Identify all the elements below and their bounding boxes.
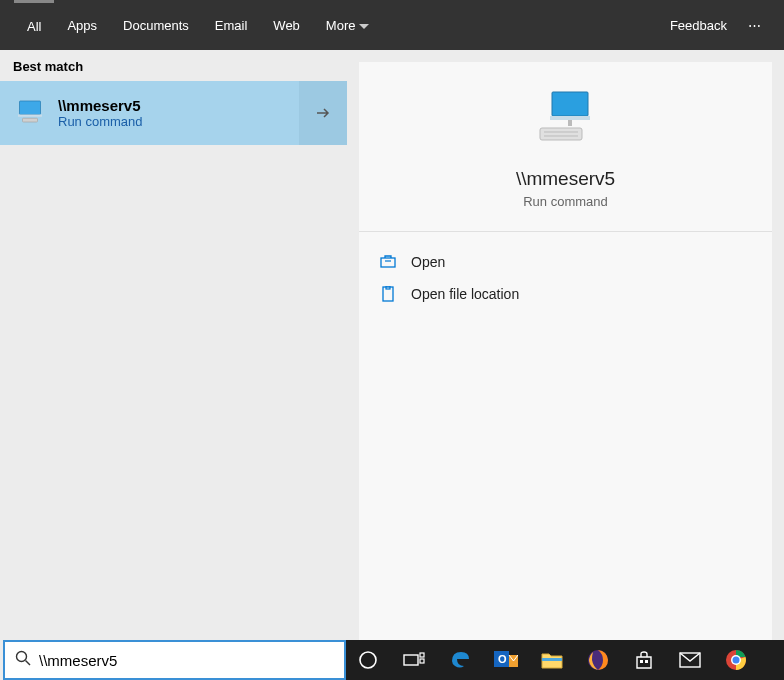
svg-rect-4 xyxy=(550,116,590,120)
cortana-icon[interactable] xyxy=(354,646,382,674)
expand-arrow-button[interactable] xyxy=(299,81,347,145)
svg-rect-16 xyxy=(420,653,424,657)
taskbar: O xyxy=(346,640,784,680)
action-open-location-label: Open file location xyxy=(411,286,519,302)
svg-rect-9 xyxy=(381,258,395,267)
result-detail-pane: \\mmeserv5 Run command Open Open file lo… xyxy=(359,62,772,640)
tab-more[interactable]: More xyxy=(313,0,383,50)
svg-rect-2 xyxy=(23,118,38,122)
tab-web[interactable]: Web xyxy=(260,0,313,50)
action-open-file-location[interactable]: Open file location xyxy=(379,278,752,310)
search-results-main: Best match \\mmeserv5 Run command xyxy=(0,50,784,640)
result-subtitle: Run command xyxy=(58,114,143,129)
tab-email[interactable]: Email xyxy=(202,0,261,50)
action-open[interactable]: Open xyxy=(379,246,752,278)
open-icon xyxy=(379,255,397,269)
folder-location-icon xyxy=(379,286,397,302)
svg-rect-23 xyxy=(645,660,648,663)
svg-line-13 xyxy=(26,661,31,666)
search-filter-tabs: All Apps Documents Email Web More Feedba… xyxy=(0,0,784,50)
action-open-label: Open xyxy=(411,254,445,270)
svg-rect-3 xyxy=(552,92,588,116)
svg-point-12 xyxy=(17,652,27,662)
detail-title: \\mmeserv5 xyxy=(516,168,615,190)
svg-rect-0 xyxy=(20,101,41,115)
svg-point-14 xyxy=(360,652,376,668)
task-view-icon[interactable] xyxy=(400,646,428,674)
file-explorer-icon[interactable] xyxy=(538,646,566,674)
firefox-icon[interactable] xyxy=(584,646,612,674)
result-item[interactable]: \\mmeserv5 Run command xyxy=(0,81,347,145)
chrome-icon[interactable] xyxy=(722,646,750,674)
mail-icon[interactable] xyxy=(676,646,704,674)
detail-subtitle: Run command xyxy=(523,194,608,209)
results-list-pane: Best match \\mmeserv5 Run command xyxy=(0,50,347,640)
svg-rect-15 xyxy=(404,655,418,665)
svg-rect-20 xyxy=(542,658,562,661)
svg-point-27 xyxy=(733,657,740,664)
computer-icon xyxy=(12,95,48,131)
outlook-icon[interactable]: O xyxy=(492,646,520,674)
svg-text:O: O xyxy=(498,653,507,665)
result-title: \\mmeserv5 xyxy=(58,97,143,114)
action-list: Open Open file location xyxy=(359,232,772,324)
search-icon xyxy=(15,650,31,670)
svg-rect-17 xyxy=(420,659,424,663)
computer-icon xyxy=(534,90,598,150)
svg-rect-22 xyxy=(640,660,643,663)
tab-all[interactable]: All xyxy=(14,0,54,50)
arrow-right-icon xyxy=(314,104,332,122)
best-match-label: Best match xyxy=(0,50,347,81)
chevron-down-icon xyxy=(359,18,369,33)
search-bar[interactable] xyxy=(3,640,346,680)
svg-rect-6 xyxy=(540,128,582,140)
store-icon[interactable] xyxy=(630,646,658,674)
tab-more-label: More xyxy=(326,18,356,33)
svg-rect-5 xyxy=(568,120,572,126)
feedback-link[interactable]: Feedback xyxy=(657,0,740,50)
more-options-button[interactable]: ⋯ xyxy=(740,18,770,33)
tab-apps[interactable]: Apps xyxy=(54,0,110,50)
result-text: \\mmeserv5 Run command xyxy=(58,97,143,129)
search-input[interactable] xyxy=(39,652,334,669)
tab-documents[interactable]: Documents xyxy=(110,0,202,50)
detail-header: \\mmeserv5 Run command xyxy=(359,90,772,232)
svg-rect-1 xyxy=(18,115,42,117)
edge-icon[interactable] xyxy=(446,646,474,674)
